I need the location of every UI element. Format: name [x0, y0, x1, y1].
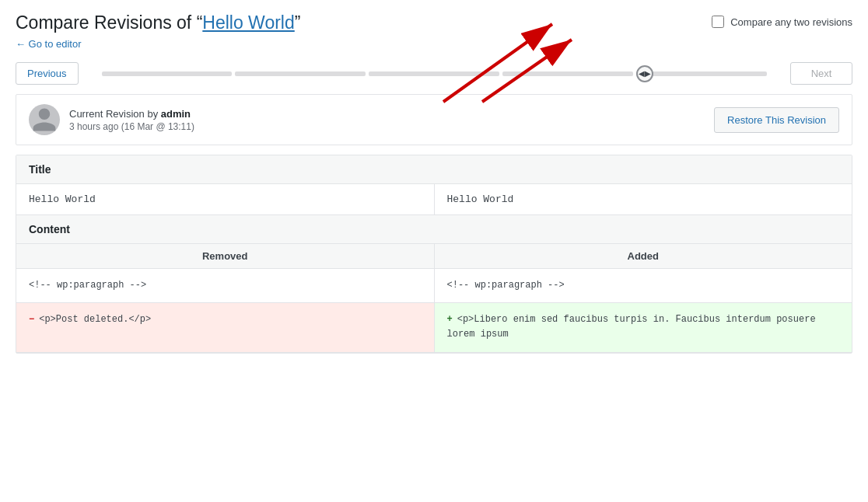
restore-revision-button[interactable]: Restore This Revision [714, 107, 839, 133]
page-container: Compare Revisions of “Hello World” ← Go … [0, 0, 868, 502]
diff-row2-right: +<p>Libero enim sed faucibus turpis in. … [435, 303, 852, 351]
title-prefix: Compare Revisions of “ [16, 12, 202, 33]
avatar-icon [30, 106, 58, 134]
diff-content-header: Content [16, 215, 852, 244]
diff-row2-right-text: <p>Libero enim sed faucibus turpis in. F… [447, 314, 816, 340]
next-button[interactable]: Next [790, 62, 852, 85]
slider-handle[interactable]: ◀▶ [636, 65, 653, 82]
minus-symbol: − [29, 314, 34, 325]
revision-meta: Current Revision by admin 3 hours ago (1… [29, 104, 194, 135]
diff-title-row: Hello World Hello World [16, 184, 852, 215]
diff-row1-left: <!-- wp:paragraph --> [16, 269, 435, 302]
title-suffix: ” [295, 12, 301, 33]
diff-row1-right: <!-- wp:paragraph --> [435, 269, 852, 302]
title-section: Compare Revisions of “Hello World” ← Go … [16, 12, 300, 50]
diff-content-row-1: <!-- wp:paragraph --> <!-- wp:paragraph … [16, 269, 852, 303]
slider-segment-2 [235, 71, 366, 76]
diff-table-header: Removed Added [16, 244, 852, 269]
added-header: Added [435, 244, 852, 268]
diff-title-left: Hello World [16, 184, 435, 214]
slider-segment-5 [636, 71, 767, 76]
go-to-editor-link[interactable]: ← Go to editor [16, 38, 82, 50]
revision-time: 3 hours ago (16 Mar @ 13:11) [69, 121, 194, 132]
diff-title-header: Title [16, 155, 852, 184]
revision-label-prefix: Current Revision by [69, 108, 161, 120]
diff-row2-left-text: <p>Post deleted.</p> [39, 314, 151, 325]
diff-row2-left: −<p>Post deleted.</p> [16, 303, 435, 351]
plus-symbol: + [447, 314, 453, 325]
diff-area: Title Hello World Hello World Content Re… [16, 155, 852, 354]
revision-author: admin [161, 108, 191, 120]
revision-text: Current Revision by admin 3 hours ago (1… [69, 108, 194, 132]
compare-checkbox-label: Compare any two revisions [730, 16, 852, 28]
diff-content-row-2: −<p>Post deleted.</p> +<p>Libero enim se… [16, 303, 852, 352]
compare-checkbox-wrap: Compare any two revisions [712, 16, 852, 28]
compare-two-checkbox[interactable] [712, 16, 724, 28]
annotation-arrow-svg [420, 1, 591, 110]
revision-label: Current Revision by admin [69, 108, 194, 120]
page-title: Compare Revisions of “Hello World” [16, 12, 300, 33]
title-link[interactable]: Hello World [202, 12, 294, 33]
slider-segment-1 [102, 71, 233, 76]
removed-header: Removed [16, 244, 435, 268]
svg-line-2 [482, 40, 572, 102]
previous-button[interactable]: Previous [16, 62, 79, 85]
diff-title-right: Hello World [435, 184, 852, 214]
avatar [29, 104, 60, 135]
